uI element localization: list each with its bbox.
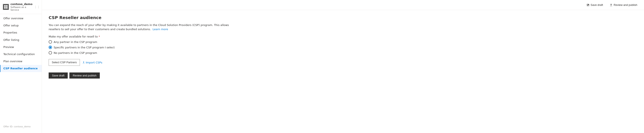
- svg-rect-3: [6, 7, 8, 8]
- save-draft-bottom-button[interactable]: Save draft: [49, 72, 68, 78]
- radio-group: Any partner in the CSP program Specific …: [49, 40, 637, 54]
- svg-rect-2: [4, 7, 6, 8]
- page-title: CSP Reseller audience: [49, 15, 637, 20]
- sidebar: contoso_demo Software as a Service ⋮⋮ Of…: [0, 0, 42, 133]
- radio-specific-partners-label: Specific partners in the CSP program I s…: [54, 46, 115, 49]
- offer-id: Offer ID: contoso_demo: [0, 124, 42, 130]
- radio-any-partner-label: Any partner in the CSP program: [54, 40, 97, 44]
- field-label: Make my offer available for resell to *: [49, 35, 637, 38]
- sidebar-item-preview[interactable]: Preview: [0, 44, 42, 51]
- main-area: Save draft Review and publish CSP Resell…: [42, 0, 644, 133]
- content-area: CSP Reseller audience You can expand the…: [42, 10, 644, 133]
- app-info: contoso_demo Software as a Service: [10, 2, 32, 11]
- csp-actions-row: Select CSP Partners Import CSPs: [49, 59, 637, 66]
- description-text: You can expand the reach of your offer b…: [49, 24, 229, 31]
- sidebar-item-properties[interactable]: Properties: [0, 29, 42, 36]
- radio-option-specific-partners[interactable]: Specific partners in the CSP program I s…: [49, 46, 637, 49]
- sidebar-header: contoso_demo Software as a Service ⋮⋮: [0, 0, 42, 14]
- save-draft-topbar-button[interactable]: Save draft: [585, 2, 604, 7]
- svg-rect-1: [6, 5, 8, 7]
- import-csps-label: Import CSPs: [86, 61, 102, 64]
- description: You can expand the reach of your offer b…: [49, 23, 237, 31]
- sidebar-nav: Offer overview Offer setup Properties Of…: [0, 15, 42, 124]
- radio-option-no-partners[interactable]: No partners in the CSP program: [49, 51, 637, 54]
- bottom-actions: Save draft Review and publish: [49, 72, 637, 78]
- review-publish-bottom-button[interactable]: Review and publish: [70, 72, 100, 78]
- review-publish-topbar-label: Review and publish: [614, 3, 637, 6]
- publish-icon: [610, 4, 612, 6]
- save-draft-topbar-label: Save draft: [590, 3, 603, 6]
- save-icon: [586, 4, 590, 6]
- radio-no-partners-input[interactable]: [49, 51, 52, 54]
- sidebar-item-offer-listing[interactable]: Offer listing: [0, 36, 42, 44]
- topbar: Save draft Review and publish: [42, 0, 644, 10]
- select-csp-partners-button[interactable]: Select CSP Partners: [49, 59, 80, 66]
- app-subtitle: Software as a Service: [10, 6, 32, 11]
- radio-any-partner-input[interactable]: [49, 40, 52, 44]
- app-logo-icon: [3, 4, 9, 10]
- import-csps-link[interactable]: Import CSPs: [82, 61, 102, 64]
- drag-handle-icon: ⋮⋮: [34, 5, 40, 8]
- svg-rect-0: [4, 5, 6, 7]
- radio-specific-partners-input[interactable]: [49, 46, 52, 49]
- import-icon: [82, 61, 85, 64]
- radio-option-any-partner[interactable]: Any partner in the CSP program: [49, 40, 637, 44]
- learn-more-link[interactable]: Learn more: [152, 28, 168, 31]
- sidebar-item-offer-setup[interactable]: Offer setup: [0, 22, 42, 29]
- sidebar-item-technical-configuration[interactable]: Technical configuration: [0, 51, 42, 58]
- sidebar-item-csp-reseller-audience[interactable]: CSP Reseller audience: [0, 65, 42, 72]
- app-name: contoso_demo: [10, 2, 32, 6]
- sidebar-item-offer-overview[interactable]: Offer overview: [0, 15, 42, 22]
- radio-no-partners-label: No partners in the CSP program: [54, 51, 97, 54]
- required-mark: *: [98, 35, 100, 38]
- review-publish-topbar-button[interactable]: Review and publish: [608, 2, 639, 7]
- sidebar-item-plan-overview[interactable]: Plan overview: [0, 58, 42, 65]
